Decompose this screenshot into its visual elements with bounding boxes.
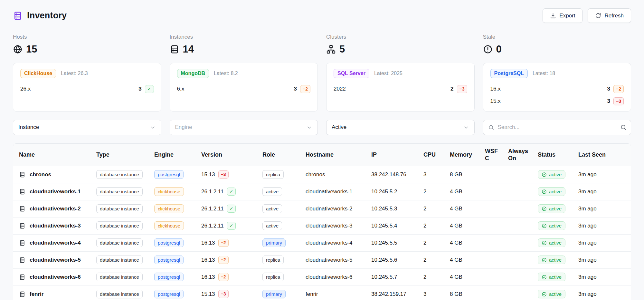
memory-cell: 8 GB <box>446 285 481 300</box>
check-circle-icon <box>542 223 547 228</box>
hostname-cell: cloudnativeworks-6 <box>302 268 367 285</box>
version-row: 20222−3 <box>334 85 467 93</box>
hostname-cell: cloudnativeworks-3 <box>302 217 367 234</box>
search-input[interactable] <box>498 124 611 131</box>
column-header[interactable]: Status <box>534 144 574 166</box>
version-value: 26.1.2.11 <box>201 223 224 229</box>
version-delta-badge: −3 <box>218 290 229 298</box>
database-icon <box>13 11 23 21</box>
inventory-page: Inventory Export Refresh Hosts15Instance… <box>0 0 644 300</box>
check-circle-icon <box>542 292 547 297</box>
refresh-label: Refresh <box>604 13 624 19</box>
table-row[interactable]: cloudnativeworks-3database instanceclick… <box>13 217 631 234</box>
column-header[interactable]: IP <box>367 144 420 166</box>
status-badge: active <box>538 187 565 196</box>
type-badge: database instance <box>96 290 143 298</box>
status-label: active <box>549 274 562 280</box>
engine-badge: clickhouse <box>154 204 184 213</box>
hostname-cell: cloudnativeworks-1 <box>302 183 367 200</box>
column-header[interactable]: Role <box>259 144 302 166</box>
last-seen-cell: 3m ago <box>574 183 631 200</box>
database-icon <box>19 240 25 246</box>
table-row[interactable]: cloudnativeworks-1database instanceclick… <box>13 183 631 200</box>
chevron-down-icon <box>150 124 156 131</box>
column-header[interactable]: Memory <box>446 144 481 166</box>
status-badge: active <box>538 238 565 247</box>
table-row[interactable]: cloudnativeworks-5database instancepostg… <box>13 251 631 268</box>
check-circle-icon <box>542 189 547 194</box>
version-label: 6.x <box>177 86 185 92</box>
status-badge: active <box>538 273 565 281</box>
ip-cell: 10.245.5.4 <box>367 217 420 234</box>
export-button[interactable]: Export <box>543 8 582 23</box>
table-row[interactable]: chronosdatabase instancepostgresql15.13−… <box>13 166 631 183</box>
ip-cell: 38.242.148.76 <box>367 166 420 183</box>
latest-version-label: Latest: 8.2 <box>214 71 238 76</box>
status-badge: active <box>538 204 565 213</box>
check-circle-icon <box>542 275 547 280</box>
engine-cards: ClickHouseLatest: 26.326.x3✓MongoDBLates… <box>13 63 631 111</box>
cpu-cell: 2 <box>420 251 446 268</box>
column-header[interactable]: Always On <box>504 144 534 166</box>
engine-badge: clickhouse <box>154 221 184 230</box>
wsfc-cell <box>481 217 504 234</box>
column-header[interactable]: Hostname <box>302 144 367 166</box>
column-header[interactable]: WSF C <box>481 144 504 166</box>
refresh-button[interactable]: Refresh <box>588 8 631 23</box>
table-body: chronosdatabase instancepostgresql15.13−… <box>13 166 631 300</box>
version-label: 16.x <box>490 86 501 92</box>
stat-value: 5 <box>339 44 345 55</box>
ip-cell: 10.245.5.5 <box>367 234 420 251</box>
always-on-cell <box>504 166 534 183</box>
chevron-down-icon <box>463 124 469 131</box>
instance-name: cloudnativeworks-4 <box>30 240 81 246</box>
wsfc-cell <box>481 251 504 268</box>
wsfc-cell <box>481 234 504 251</box>
status-label: active <box>549 257 562 263</box>
table-row[interactable]: cloudnativeworks-6database instancepostg… <box>13 268 631 285</box>
wsfc-cell <box>481 183 504 200</box>
column-header[interactable]: Name <box>13 144 92 166</box>
column-header[interactable]: Version <box>197 144 259 166</box>
engine-filter-select[interactable]: Engine <box>170 120 318 135</box>
check-circle-icon <box>542 257 547 263</box>
engine-badge: postgresql <box>154 273 184 281</box>
version-count: 3 <box>138 86 141 92</box>
version-delta-badge: −2 <box>218 256 229 264</box>
last-seen-cell: 3m ago <box>574 268 631 285</box>
search-button[interactable] <box>616 120 631 135</box>
cpu-cell: 2 <box>420 268 446 285</box>
memory-cell: 4 GB <box>446 200 481 217</box>
wsfc-cell <box>481 200 504 217</box>
cpu-cell: 2 <box>420 200 446 217</box>
table-row[interactable]: cloudnativeworks-2database instanceclick… <box>13 200 631 217</box>
status-filter-value: Active <box>332 124 346 131</box>
version-row: 26.x3✓ <box>20 85 154 93</box>
type-badge: database instance <box>96 238 143 247</box>
version-value: 16.13 <box>201 257 215 263</box>
column-header[interactable]: Last Seen <box>574 144 631 166</box>
last-seen-cell: 3m ago <box>574 200 631 217</box>
instance-filter-select[interactable]: Instance <box>13 120 161 135</box>
latest-version-label: Latest: 26.3 <box>61 71 88 76</box>
search-box[interactable] <box>483 120 616 135</box>
always-on-cell <box>504 285 534 300</box>
status-filter-select[interactable]: Active <box>326 120 475 135</box>
version-row: 15.x3−3 <box>490 97 624 105</box>
database-icon <box>19 257 25 263</box>
table-row[interactable]: fenrirdatabase instancepostgresql15.13−3… <box>13 285 631 300</box>
stat-stale: Stale0 <box>483 34 631 55</box>
role-badge: primary <box>262 290 286 298</box>
status-label: active <box>549 172 562 177</box>
column-header[interactable]: Engine <box>150 144 197 166</box>
wsfc-cell <box>481 268 504 285</box>
table-row[interactable]: cloudnativeworks-4database instancepostg… <box>13 234 631 251</box>
column-header[interactable]: CPU <box>420 144 446 166</box>
column-header[interactable]: Type <box>92 144 150 166</box>
version-delta-badge: −2 <box>300 85 310 93</box>
instance-name: cloudnativeworks-6 <box>30 274 81 280</box>
database-icon <box>19 223 25 229</box>
version-value: 26.1.2.11 <box>201 206 224 212</box>
memory-cell: 4 GB <box>446 217 481 234</box>
type-badge: database instance <box>96 187 143 196</box>
